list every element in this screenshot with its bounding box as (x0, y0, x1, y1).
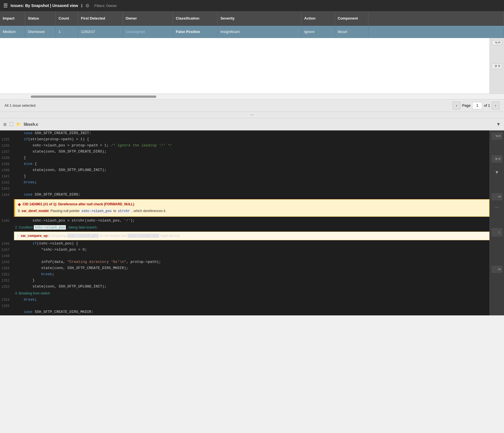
alert-icon: ◆ (18, 201, 21, 207)
code-line-1339: 1339 else { (0, 161, 489, 167)
side-chevron[interactable]: ▼ (495, 170, 499, 175)
col-header-classification[interactable]: Classification (173, 11, 218, 25)
cell-component: libcurl (335, 26, 368, 38)
col-header-first-detected[interactable]: First Detected (78, 11, 123, 25)
code-line-1351: 1351 break; (0, 272, 489, 278)
side-btn-e1[interactable]: E (492, 193, 502, 200)
empty-area: EP Inth (0, 38, 504, 94)
alert-step8-to: to (113, 209, 117, 213)
code-line-1335: 1335 if(strlen(protop->path) > 1) { (0, 137, 489, 143)
code-line-1336: 1336 sshc->slash_pos = protop->path + 1;… (0, 143, 489, 149)
alert-step8-end: , which dereferences it. (132, 209, 166, 213)
cell-count: 1 (56, 26, 78, 38)
alert-code2: strchr (117, 209, 131, 213)
main-container: case SSH_SFTP_CREATE_DIRS_INIT: 1335 if(… (0, 130, 504, 315)
step3-mid: to null implies that (100, 234, 127, 238)
code-line-1354: 1354 break; (0, 297, 489, 303)
code-folder-icon[interactable]: 📁 (16, 122, 21, 127)
code-line-1348: 1348 (0, 253, 489, 259)
code-fullscreen-icon[interactable]: ⛶ (9, 122, 13, 127)
settings-icon[interactable]: ⚙ (85, 3, 89, 8)
code-dropdown-icon[interactable]: ▼ (496, 122, 501, 127)
issues-bar: All 1 issue selected ‹ Page of 1 › (0, 99, 504, 112)
page-label: Page (462, 103, 471, 108)
code-panel-header: ⊞ ⛶ 📁 libssh.c ▼ (0, 118, 504, 130)
alert-code1: sshc->slash_pos (81, 209, 112, 213)
cell-owner: Unassigned (123, 26, 173, 38)
code-line-1346: 1346 if(sshc->slash_pos) { (0, 241, 489, 247)
cell-extra (368, 26, 504, 38)
side-btn-square[interactable]: □ (492, 228, 502, 236)
horizontal-scrollbar[interactable] (31, 96, 156, 98)
code-line-1349: 1349 infof(data, "Creating directory '%s… (0, 259, 489, 265)
step3-code2: sshc->slash_pos (128, 234, 159, 238)
content-area: case SSH_SFTP_CREATE_DIRS_INIT: 1335 if(… (0, 130, 489, 315)
alert-container: ◆ CID 1424901 (#1 of 1): Dereference aft… (0, 199, 489, 217)
next-page-button[interactable]: › (492, 102, 500, 110)
col-header-status[interactable]: Status (25, 11, 56, 25)
step2-label: 2. Condition sshc->slash_pos , taking fa… (0, 224, 489, 231)
step3-comparing: Comparing (50, 234, 67, 238)
cell-first-detected: 12/02/17 (78, 26, 123, 38)
alert-step8: 8. var_deref_model: Passing null pointer… (18, 208, 486, 214)
code-line-1341: 1341 } (0, 173, 489, 180)
code-line-1355: 1355 (0, 303, 489, 309)
table-row[interactable]: Medium Dismissed 1 12/02/17 Unassigned F… (0, 26, 504, 38)
step3-end: might be null. (160, 234, 180, 238)
code-line-1338: 1338 } (0, 155, 489, 161)
side-dots-mid[interactable]: ··· (495, 205, 499, 210)
right-panel-btn-ep[interactable]: EP (492, 40, 502, 45)
side-panel: EP Inth ▼ E ··· □ E (489, 130, 504, 315)
code-line-dirs-mkdir: case SSH_SFTP_CREATE_DIRS_MKDIR: (0, 309, 489, 315)
info-icon[interactable]: ℹ (81, 3, 83, 8)
side-btn-ep[interactable]: EP (492, 133, 502, 140)
code-line-1353: 1353 state(conn, SSH_SFTP_UPLOAD_INIT); (0, 284, 489, 290)
cell-status: Dismissed (25, 26, 56, 38)
cell-action: Ignore (301, 26, 335, 38)
col-header-owner[interactable]: Owner (123, 11, 173, 25)
cell-classification: False Positive (173, 26, 218, 38)
code-line-1352: 1352 } (0, 278, 489, 284)
code-line-1344: 1344 case SSH_SFTP_CREATE_DIRS: (0, 192, 489, 198)
issues-selected-label: All 1 issue selected (4, 103, 35, 108)
code-settings-icon[interactable]: ⊞ (3, 122, 7, 127)
cell-severity: Insignificant (218, 26, 301, 38)
code-line-1347: 1347 *sshc->slash_pos = 0; (0, 247, 489, 253)
right-panel-btn-in[interactable]: Inth (492, 63, 502, 69)
step4-label: 4. Breaking from switch. (0, 290, 489, 297)
alert-cid: CID 1424901 (#1 of 1): Dereference after… (23, 202, 134, 207)
col-header-component[interactable]: Component (335, 11, 368, 25)
step3-code1: sshc->slash_pos (67, 234, 99, 238)
top-bar: ☰ Issues: By Snapshot | Unsaved view ℹ ⚙… (0, 0, 504, 11)
col-header-impact[interactable]: Impact (0, 11, 25, 25)
col-header-count[interactable]: Count (56, 11, 78, 25)
code-line-pre: case SSH_SFTP_CREATE_DIRS_INIT: (0, 130, 489, 137)
col-header-severity[interactable]: Severity (218, 11, 301, 25)
col-header-action[interactable]: Action (301, 11, 335, 25)
expand-dots[interactable]: ··· (0, 112, 504, 118)
alert-box: ◆ CID 1424901 (#1 of 1): Dereference aft… (14, 199, 489, 217)
code-line-1340: 1340 state(conn, SSH_SFTP_UPLOAD_INIT); (0, 167, 489, 173)
side-btn-e2[interactable]: E (492, 266, 502, 273)
filter-label: Filters: Owner (94, 4, 117, 8)
code-line-1343: 1343 (0, 186, 489, 192)
code-line-1342: 1342 break; (0, 180, 489, 186)
alert-label: var_deref_model: (21, 209, 49, 213)
code-line-1337: 1337 state(conn, SSH_SFTP_CREATE_DIRS); (0, 149, 489, 155)
scroll-bar-area (0, 94, 504, 99)
step3-container: 3. var_compare_op: Comparing sshc->slash… (14, 232, 489, 240)
table-header: Impact Status Count First Detected Owner… (0, 11, 504, 26)
code-view[interactable]: case SSH_SFTP_CREATE_DIRS_INIT: 1335 if(… (0, 130, 489, 315)
side-btn-in[interactable]: Inth (492, 155, 502, 163)
code-filename: libssh.c (24, 122, 493, 127)
code-line-1345: 1345 sshc->slash_pos = strchr(sshc->slas… (0, 218, 489, 224)
step3-label: var_compare_op: (21, 234, 49, 238)
pagination: ‹ Page of 1 › (453, 102, 500, 110)
prev-page-button[interactable]: ‹ (453, 102, 460, 110)
page-input[interactable] (472, 102, 482, 109)
of-label: of 1 (484, 103, 490, 108)
code-line-1350: 1350 state(conn, SSH_SFTP_CREATE_DIRS_MK… (0, 265, 489, 272)
col-header-extra (368, 11, 504, 25)
menu-icon[interactable]: ☰ (3, 3, 8, 9)
alert-step8-text: Passing null pointer (51, 209, 81, 213)
